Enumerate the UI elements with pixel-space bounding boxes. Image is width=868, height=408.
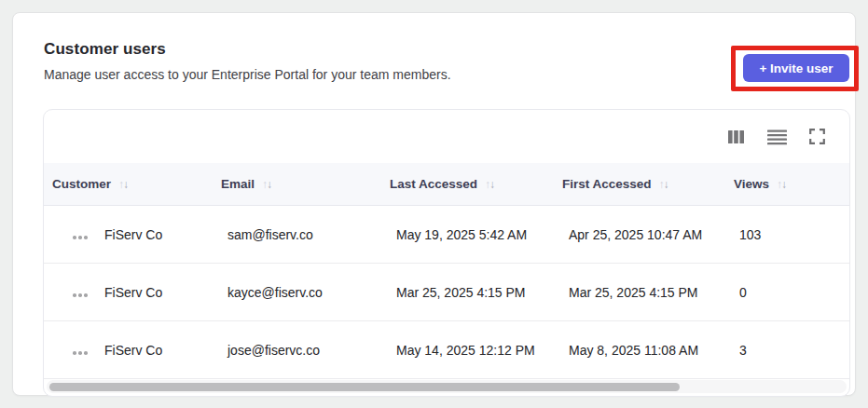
sort-down-arrow: ↓ bbox=[123, 179, 129, 190]
cell-customer: FiServ Co bbox=[104, 227, 227, 242]
cell-customer: FiServ Co bbox=[104, 343, 227, 358]
cell-views: 0 bbox=[739, 285, 849, 300]
sort-down-arrow: ↓ bbox=[781, 179, 787, 190]
sort-down-arrow: ↓ bbox=[267, 179, 272, 190]
column-label: First Accessed bbox=[562, 177, 652, 191]
horizontal-scrollbar[interactable] bbox=[47, 380, 847, 393]
column-header-first-accessed[interactable]: First Accessed ↑↓ bbox=[562, 177, 734, 191]
row-menu-icon[interactable] bbox=[73, 351, 88, 355]
dot bbox=[73, 293, 76, 297]
sort-icon: ↑↓ bbox=[777, 179, 787, 190]
row-actions-cell bbox=[44, 343, 104, 358]
dot bbox=[84, 236, 88, 239]
cell-first-accessed: Apr 25, 2025 10:47 AM bbox=[569, 227, 739, 242]
row-actions-cell bbox=[44, 285, 104, 300]
columns-icon[interactable] bbox=[727, 129, 745, 145]
column-label: Views bbox=[734, 177, 769, 191]
cell-first-accessed: May 8, 2025 11:08 AM bbox=[569, 343, 739, 358]
cell-email: jose@fiservc.co bbox=[227, 343, 396, 358]
sort-icon: ↑↓ bbox=[262, 179, 272, 190]
cell-last-accessed: Mar 25, 2025 4:15 PM bbox=[396, 285, 569, 300]
dot bbox=[78, 351, 82, 355]
page-subtitle: Manage user access to your Enterprise Po… bbox=[44, 67, 451, 82]
table-row: FiServ Co sam@fiserv.co May 19, 2025 5:4… bbox=[44, 206, 849, 264]
table-toolbar bbox=[44, 110, 849, 163]
customer-users-card: Customer users Manage user access to you… bbox=[12, 12, 856, 396]
scrollbar-thumb[interactable] bbox=[49, 383, 680, 391]
column-header-last-accessed[interactable]: Last Accessed ↑↓ bbox=[390, 177, 562, 191]
column-label: Last Accessed bbox=[390, 177, 477, 191]
users-table-card: Customer ↑↓ Email ↑↓ Last Accessed ↑↓ Fi… bbox=[43, 109, 850, 397]
row-menu-icon[interactable] bbox=[73, 236, 88, 239]
dot bbox=[78, 236, 82, 239]
column-label: Customer bbox=[52, 177, 111, 191]
cell-views: 3 bbox=[739, 343, 849, 358]
row-actions-cell bbox=[44, 227, 104, 242]
dot bbox=[84, 293, 88, 297]
cell-last-accessed: May 19, 2025 5:42 AM bbox=[396, 227, 569, 242]
invite-user-button[interactable]: + Invite user bbox=[743, 54, 849, 82]
cell-views: 103 bbox=[739, 227, 849, 242]
page-title: Customer users bbox=[44, 40, 166, 59]
table-row: FiServ Co kayce@fiserv.co Mar 25, 2025 4… bbox=[44, 264, 849, 321]
cell-last-accessed: May 14, 2025 12:12 PM bbox=[396, 343, 569, 358]
dot bbox=[73, 351, 76, 355]
table-header-row: Customer ↑↓ Email ↑↓ Last Accessed ↑↓ Fi… bbox=[44, 163, 849, 206]
density-icon[interactable] bbox=[767, 129, 787, 145]
column-header-customer[interactable]: Customer ↑↓ bbox=[52, 177, 221, 191]
dot bbox=[78, 293, 82, 297]
column-label: Email bbox=[221, 177, 255, 191]
fullscreen-icon[interactable] bbox=[809, 129, 825, 144]
sort-down-arrow: ↓ bbox=[489, 179, 495, 190]
column-header-views[interactable]: Views ↑↓ bbox=[734, 177, 849, 191]
cell-email: sam@fiserv.co bbox=[227, 227, 396, 242]
sort-icon: ↑↓ bbox=[118, 179, 129, 190]
sort-icon: ↑↓ bbox=[485, 179, 495, 190]
column-header-email[interactable]: Email ↑↓ bbox=[221, 177, 390, 191]
dot bbox=[73, 236, 76, 239]
row-menu-icon[interactable] bbox=[73, 293, 88, 297]
dot bbox=[84, 351, 88, 355]
sort-icon: ↑↓ bbox=[659, 179, 669, 190]
cell-first-accessed: Mar 25, 2025 4:15 PM bbox=[569, 285, 739, 300]
cell-email: kayce@fiserv.co bbox=[227, 285, 396, 300]
cell-customer: FiServ Co bbox=[104, 285, 227, 300]
table-row: FiServ Co jose@fiservc.co May 14, 2025 1… bbox=[44, 321, 849, 379]
sort-down-arrow: ↓ bbox=[664, 179, 669, 190]
